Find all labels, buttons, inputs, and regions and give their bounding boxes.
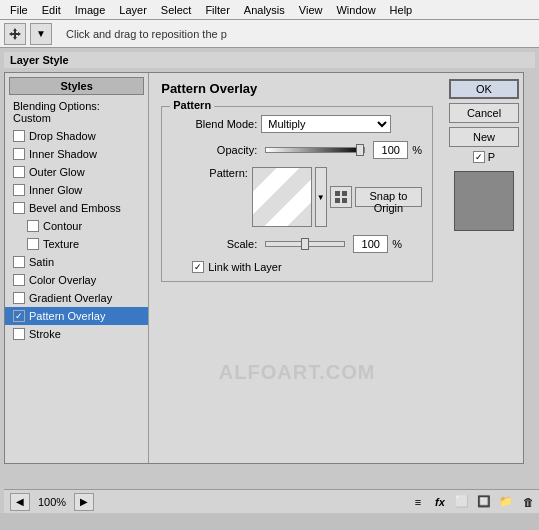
menu-file[interactable]: File bbox=[4, 3, 34, 17]
menu-window[interactable]: Window bbox=[330, 3, 381, 17]
inner-glow-label: Inner Glow bbox=[29, 184, 82, 196]
scale-slider-track[interactable] bbox=[265, 241, 345, 247]
outer-glow-label: Outer Glow bbox=[29, 166, 85, 178]
pattern-dropdown-btn[interactable]: ▼ bbox=[315, 167, 327, 227]
menu-select[interactable]: Select bbox=[155, 3, 198, 17]
pattern-overlay-checkbox[interactable]: ✓ bbox=[13, 310, 25, 322]
pattern-preview-graphic bbox=[253, 168, 311, 226]
texture-checkbox[interactable] bbox=[27, 238, 39, 250]
link-with-layer-checkbox[interactable]: ✓ bbox=[192, 261, 204, 273]
opacity-row: Opacity: % bbox=[172, 141, 422, 159]
inner-shadow-checkbox[interactable] bbox=[13, 148, 25, 160]
menu-bar: File Edit Image Layer Select Filter Anal… bbox=[0, 0, 539, 20]
pattern-label: Pattern: bbox=[172, 167, 248, 179]
drop-shadow-label: Drop Shadow bbox=[29, 130, 96, 142]
section-label: Pattern bbox=[170, 99, 214, 111]
main-area: Layer Style Styles Blending Options: Cus… bbox=[0, 48, 539, 513]
style-item-satin[interactable]: Satin bbox=[5, 253, 148, 271]
color-overlay-checkbox[interactable] bbox=[13, 274, 25, 286]
menu-edit[interactable]: Edit bbox=[36, 3, 67, 17]
ok-button[interactable]: OK bbox=[449, 79, 519, 99]
style-item-inner-shadow[interactable]: Inner Shadow bbox=[5, 145, 148, 163]
svg-rect-1 bbox=[342, 191, 347, 196]
menu-analysis[interactable]: Analysis bbox=[238, 3, 291, 17]
zoom-level: 100% bbox=[38, 496, 66, 508]
menu-view[interactable]: View bbox=[293, 3, 329, 17]
status-icon-menu[interactable]: ≡ bbox=[409, 493, 427, 511]
menu-image[interactable]: Image bbox=[69, 3, 112, 17]
style-item-drop-shadow[interactable]: Drop Shadow bbox=[5, 127, 148, 145]
bevel-emboss-checkbox[interactable] bbox=[13, 202, 25, 214]
svg-rect-0 bbox=[335, 191, 340, 196]
stroke-checkbox[interactable] bbox=[13, 328, 25, 340]
scale-input[interactable] bbox=[353, 235, 388, 253]
watermark-text: ALFOART.COM bbox=[219, 360, 376, 383]
style-item-color-overlay[interactable]: Color Overlay bbox=[5, 271, 148, 289]
cancel-button[interactable]: Cancel bbox=[449, 103, 519, 123]
contour-label: Contour bbox=[43, 220, 82, 232]
toolbar-hint: Click and drag to reposition the p bbox=[66, 28, 227, 40]
svg-rect-2 bbox=[335, 198, 340, 203]
pattern-options-btn[interactable] bbox=[330, 186, 352, 208]
pattern-overlay-label: Pattern Overlay bbox=[29, 310, 105, 322]
pattern-preview[interactable] bbox=[252, 167, 312, 227]
color-overlay-label: Color Overlay bbox=[29, 274, 96, 286]
style-item-bevel-emboss[interactable]: Bevel and Emboss bbox=[5, 199, 148, 217]
preview-checkbox-row: ✓ P bbox=[473, 151, 495, 163]
bevel-emboss-label: Bevel and Emboss bbox=[29, 202, 121, 214]
drop-shadow-checkbox[interactable] bbox=[13, 130, 25, 142]
stroke-label: Stroke bbox=[29, 328, 61, 340]
scale-slider-thumb[interactable] bbox=[301, 238, 309, 250]
pattern-section: Pattern Blend Mode: Multiply Normal Scre… bbox=[161, 106, 433, 282]
outer-glow-checkbox[interactable] bbox=[13, 166, 25, 178]
status-icon-fx[interactable]: fx bbox=[431, 493, 449, 511]
style-item-contour[interactable]: Contour bbox=[5, 217, 148, 235]
style-item-gradient-overlay[interactable]: Gradient Overlay bbox=[5, 289, 148, 307]
zoom-in-btn[interactable]: ▶ bbox=[74, 493, 94, 511]
preview-label: P bbox=[488, 151, 495, 163]
link-with-layer-label: Link with Layer bbox=[208, 261, 281, 273]
dialog-body: Styles Blending Options: Custom Drop Sha… bbox=[5, 73, 523, 463]
blend-mode-row: Blend Mode: Multiply Normal Screen Overl… bbox=[172, 115, 422, 133]
style-item-pattern-overlay[interactable]: ✓ Pattern Overlay bbox=[5, 307, 148, 325]
style-item-texture[interactable]: Texture bbox=[5, 235, 148, 253]
styles-header: Styles bbox=[9, 77, 144, 95]
status-icon-folder[interactable]: 📁 bbox=[497, 493, 515, 511]
style-item-outer-glow[interactable]: Outer Glow bbox=[5, 163, 148, 181]
dialog-title: Layer Style bbox=[4, 52, 535, 68]
opacity-slider-thumb[interactable] bbox=[356, 144, 364, 156]
toolbar-move-tool[interactable] bbox=[4, 23, 26, 45]
menu-filter[interactable]: Filter bbox=[199, 3, 235, 17]
opacity-slider-track[interactable] bbox=[265, 147, 365, 153]
zoom-out-btn[interactable]: ◀ bbox=[10, 493, 30, 511]
scale-label: Scale: bbox=[172, 238, 257, 250]
menu-layer[interactable]: Layer bbox=[113, 3, 153, 17]
styles-panel: Styles Blending Options: Custom Drop Sha… bbox=[5, 73, 149, 463]
layer-style-dialog: Styles Blending Options: Custom Drop Sha… bbox=[4, 72, 524, 464]
texture-label: Texture bbox=[43, 238, 79, 250]
gradient-overlay-checkbox[interactable] bbox=[13, 292, 25, 304]
satin-checkbox[interactable] bbox=[13, 256, 25, 268]
opacity-unit: % bbox=[412, 144, 422, 156]
pattern-overlay-panel: Pattern Overlay Pattern Blend Mode: Mult… bbox=[149, 73, 445, 463]
scale-row: Scale: % bbox=[172, 235, 422, 253]
snap-to-origin-btn[interactable]: Snap to Origin bbox=[355, 187, 422, 207]
status-bar: ◀ 100% ▶ ≡ fx ⬜ 🔲 📁 🗑 bbox=[4, 489, 539, 513]
status-icon-trash[interactable]: 🗑 bbox=[519, 493, 537, 511]
scale-unit: % bbox=[392, 238, 402, 250]
new-button[interactable]: New bbox=[449, 127, 519, 147]
opacity-input[interactable] bbox=[373, 141, 408, 159]
satin-label: Satin bbox=[29, 256, 54, 268]
status-icon-adj[interactable]: 🔲 bbox=[475, 493, 493, 511]
style-item-stroke[interactable]: Stroke bbox=[5, 325, 148, 343]
blend-mode-select[interactable]: Multiply Normal Screen Overlay bbox=[261, 115, 391, 133]
toolbar-dropdown[interactable]: ▼ bbox=[30, 23, 52, 45]
inner-glow-checkbox[interactable] bbox=[13, 184, 25, 196]
preview-checkbox[interactable]: ✓ bbox=[473, 151, 485, 163]
status-icon-mask[interactable]: ⬜ bbox=[453, 493, 471, 511]
style-item-blending-options[interactable]: Blending Options: Custom bbox=[5, 97, 148, 127]
status-icons: ≡ fx ⬜ 🔲 📁 🗑 bbox=[409, 493, 537, 511]
menu-help[interactable]: Help bbox=[384, 3, 419, 17]
contour-checkbox[interactable] bbox=[27, 220, 39, 232]
style-item-inner-glow[interactable]: Inner Glow bbox=[5, 181, 148, 199]
